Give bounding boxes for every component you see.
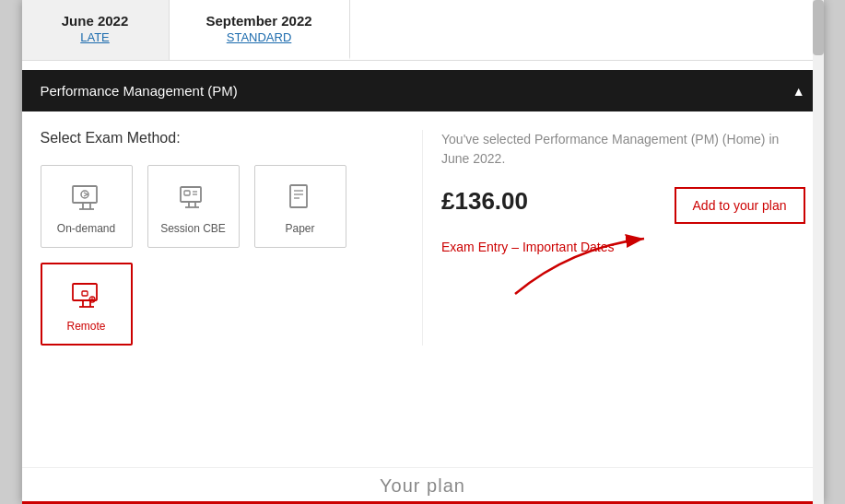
ondemand-icon xyxy=(70,182,103,215)
arrow-annotation-container: Exam Entry – Important Dates xyxy=(441,239,805,312)
ondemand-icon-area xyxy=(66,178,107,218)
remote-icon xyxy=(70,279,103,312)
content-area: Select Exam Method: On-de xyxy=(22,111,824,364)
tab-sep2022-title: September 2022 xyxy=(206,13,312,29)
ondemand-label: On-demand xyxy=(57,222,115,235)
left-panel: Select Exam Method: On-de xyxy=(41,130,405,346)
method-session-cbe[interactable]: Session CBE xyxy=(147,165,240,248)
tab-sep2022-subtitle: STANDARD xyxy=(206,30,312,44)
tab-june2022-subtitle: LATE xyxy=(59,30,132,44)
remote-label: Remote xyxy=(66,320,105,333)
bottom-bar-text: Your plan xyxy=(380,475,465,497)
session-cbe-icon xyxy=(177,182,210,215)
exam-methods: On-demand xyxy=(41,165,405,346)
scrollbar[interactable] xyxy=(813,0,824,504)
price-row: £136.00 Add to your plan xyxy=(441,187,805,224)
svg-rect-12 xyxy=(290,185,307,207)
section-header-title: Performance Management (PM) xyxy=(41,83,238,99)
svg-rect-9 xyxy=(184,191,190,195)
svg-rect-5 xyxy=(181,187,201,202)
svg-rect-20 xyxy=(82,291,88,296)
price-display: £136.00 xyxy=(441,187,528,216)
svg-rect-16 xyxy=(73,284,97,300)
main-container: June 2022 LATE September 2022 STANDARD P… xyxy=(22,0,824,504)
session-cbe-label: Session CBE xyxy=(160,222,226,235)
right-panel: You've selected Performance Management (… xyxy=(422,130,805,346)
paper-label: Paper xyxy=(285,222,314,235)
paper-icon xyxy=(284,182,317,215)
collapse-icon: ▲ xyxy=(792,84,805,99)
method-paper[interactable]: Paper xyxy=(254,165,346,248)
session-cbe-icon-area xyxy=(173,178,214,218)
tab-sep2022[interactable]: September 2022 STANDARD xyxy=(170,0,350,60)
add-to-plan-button[interactable]: Add to your plan xyxy=(675,187,805,224)
tabs-row: June 2022 LATE September 2022 STANDARD xyxy=(22,0,824,61)
svg-rect-0 xyxy=(73,186,97,203)
bottom-bar: Your plan xyxy=(22,467,824,504)
remote-icon-area xyxy=(66,275,107,316)
selected-info-text: You've selected Performance Management (… xyxy=(441,130,805,169)
scrollbar-thumb[interactable] xyxy=(813,0,824,55)
tab-june2022[interactable]: June 2022 LATE xyxy=(22,0,170,60)
section-header[interactable]: Performance Management (PM) ▲ xyxy=(22,70,824,111)
select-exam-method-label: Select Exam Method: xyxy=(41,130,405,147)
method-ondemand[interactable]: On-demand xyxy=(41,165,133,248)
method-remote[interactable]: Remote xyxy=(41,263,133,346)
paper-icon-area xyxy=(280,178,321,218)
annotation-arrow xyxy=(497,229,681,312)
tab-june2022-title: June 2022 xyxy=(59,13,132,29)
